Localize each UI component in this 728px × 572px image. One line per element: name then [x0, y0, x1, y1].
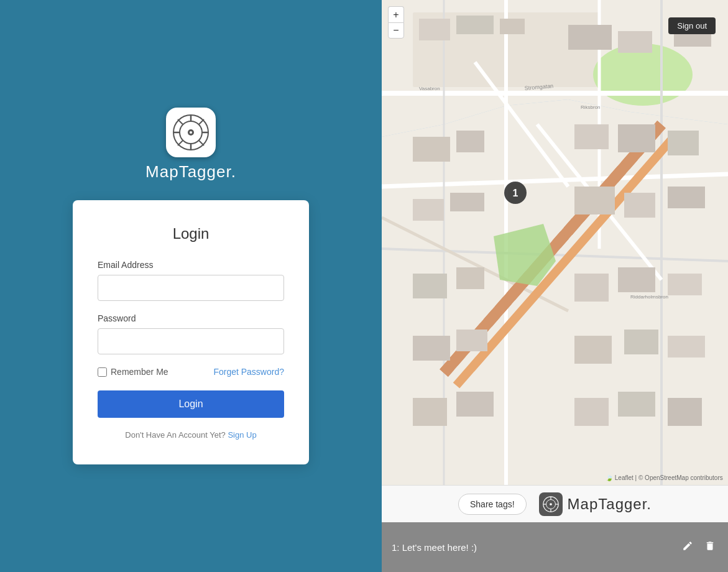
svg-rect-31 — [419, 19, 450, 40]
brand-text: MapTagger. — [568, 496, 652, 513]
form-options: Remember Me Forget Password? — [98, 367, 284, 377]
svg-rect-58 — [456, 392, 494, 417]
svg-point-11 — [190, 131, 192, 134]
brand-icon-small — [539, 492, 563, 516]
login-button[interactable]: Login — [98, 390, 284, 418]
svg-rect-48 — [456, 267, 484, 289]
delete-tag-button[interactable] — [702, 538, 718, 557]
remember-me-checkbox[interactable] — [98, 367, 107, 377]
svg-rect-44 — [574, 187, 615, 214]
svg-rect-50 — [618, 267, 655, 292]
share-tags-button[interactable]: Share tags! — [458, 494, 527, 515]
logo-text: MapTagger. — [145, 162, 236, 182]
right-panel: Stromgatan Riksbron Vasabron Riddarholms… — [382, 0, 728, 572]
svg-text:🍃 Leaflet | © OpenStreetMap c: 🍃 Leaflet | © OpenStreetMap contributors — [606, 474, 723, 482]
remember-me-label[interactable]: Remember Me — [98, 367, 168, 377]
signup-prompt: Don't Have An Account Yet? — [125, 430, 226, 440]
map-container[interactable]: Stromgatan Riksbron Vasabron Riddarholms… — [382, 0, 728, 485]
svg-rect-33 — [500, 19, 525, 34]
svg-rect-47 — [413, 274, 447, 298]
signup-text: Don't Have An Account Yet? Sign Up — [98, 430, 284, 440]
svg-rect-59 — [574, 398, 609, 426]
signup-link[interactable]: Sign Up — [228, 430, 256, 440]
svg-text:Riksbron: Riksbron — [581, 104, 601, 110]
svg-rect-46 — [668, 187, 705, 208]
svg-rect-60 — [618, 392, 655, 417]
signout-button[interactable]: Sign out — [668, 17, 716, 34]
zoom-controls: + − — [388, 6, 404, 39]
svg-rect-34 — [568, 25, 612, 50]
forget-password-link[interactable]: Forget Password? — [213, 367, 284, 377]
svg-rect-54 — [574, 336, 612, 364]
email-input[interactable] — [98, 275, 284, 301]
svg-line-8 — [199, 119, 204, 124]
svg-rect-32 — [456, 16, 494, 34]
svg-rect-56 — [668, 336, 705, 358]
password-form-group: Password — [98, 313, 284, 354]
zoom-out-button[interactable]: − — [388, 22, 404, 39]
tag-message-row: 1: Let's meet here! :) — [382, 522, 728, 572]
svg-rect-51 — [668, 274, 702, 295]
maptagger-brand: MapTagger. — [539, 492, 652, 516]
password-input[interactable] — [98, 328, 284, 354]
remember-me-text: Remember Me — [111, 367, 168, 377]
svg-rect-40 — [618, 124, 655, 152]
svg-rect-61 — [668, 398, 702, 426]
share-row: Share tags! MapTagger. — [382, 485, 728, 522]
tag-message-text: 1: Let's meet here! :) — [392, 542, 673, 553]
svg-rect-53 — [456, 330, 487, 351]
svg-line-6 — [178, 119, 183, 124]
app-logo-icon — [166, 108, 216, 157]
svg-rect-45 — [624, 193, 655, 218]
left-panel: MapTagger. Login Email Address Password … — [0, 0, 382, 572]
svg-text:Riddarholmsbron: Riddarholmsbron — [630, 294, 668, 300]
svg-text:Vasabron: Vasabron — [419, 86, 440, 91]
svg-point-75 — [550, 503, 552, 505]
password-label: Password — [98, 313, 284, 323]
zoom-in-button[interactable]: + — [388, 6, 404, 22]
svg-line-9 — [178, 141, 183, 145]
svg-rect-39 — [574, 124, 609, 149]
svg-rect-57 — [413, 398, 447, 426]
svg-line-7 — [199, 141, 204, 145]
email-label: Email Address — [98, 260, 284, 270]
svg-rect-55 — [624, 330, 658, 354]
svg-rect-35 — [618, 31, 652, 53]
svg-rect-41 — [668, 131, 699, 155]
logo-container: MapTagger. — [145, 108, 236, 182]
svg-text:1: 1 — [513, 188, 518, 198]
svg-rect-37 — [413, 137, 450, 162]
svg-rect-42 — [413, 199, 444, 221]
svg-rect-52 — [413, 336, 450, 361]
email-form-group: Email Address — [98, 260, 284, 301]
edit-tag-button[interactable] — [680, 538, 696, 557]
login-title: Login — [98, 225, 284, 242]
login-card: Login Email Address Password Remember Me… — [73, 200, 309, 464]
svg-rect-49 — [574, 274, 609, 302]
svg-rect-43 — [450, 193, 484, 211]
svg-rect-38 — [456, 131, 484, 152]
